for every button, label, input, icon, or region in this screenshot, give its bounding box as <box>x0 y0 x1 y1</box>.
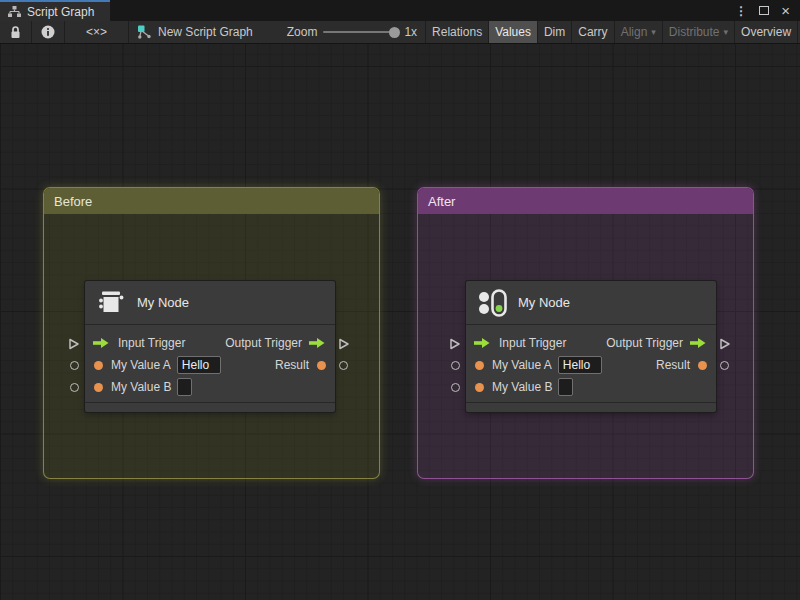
chevron-down-icon: ▾ <box>651 27 656 37</box>
zoom-value: 1x <box>404 25 417 39</box>
group-before-label: Before <box>54 194 92 209</box>
group-after-header[interactable]: After <box>418 188 753 214</box>
new-script-graph-button[interactable]: New Script Graph <box>129 21 261 43</box>
node-after-body: Input Trigger Output Trigger My Value A <box>466 325 716 402</box>
value-port-icon <box>94 383 103 392</box>
value-port-icon <box>475 383 484 392</box>
align-label: Align <box>621 25 648 39</box>
distribute-label: Distribute <box>669 25 720 39</box>
node-after-header[interactable]: My Node <box>466 281 716 325</box>
code-view-button[interactable]: <×> <box>65 21 129 43</box>
input-trigger-label: Input Trigger <box>499 336 566 350</box>
value-input-port-icon[interactable] <box>451 361 460 370</box>
flow-arrow-icon <box>473 337 493 349</box>
zoom-label: Zoom <box>287 25 318 39</box>
value-port-icon <box>698 361 707 370</box>
value-input-port-icon[interactable] <box>70 383 79 392</box>
tab-script-graph[interactable]: Script Graph <box>0 0 110 21</box>
dim-button[interactable]: Dim <box>538 21 572 43</box>
title-bar: Script Graph ⋮ × <box>0 0 800 21</box>
node-title: My Node <box>518 295 570 310</box>
flow-output-port-icon[interactable] <box>338 338 350 350</box>
value-input-port-icon[interactable] <box>70 361 79 370</box>
output-trigger-label: Output Trigger <box>225 336 302 350</box>
node-before-body: Input Trigger Output Trigger My Value A <box>85 325 335 402</box>
graph-hierarchy-icon <box>8 6 21 18</box>
lock-icon <box>9 25 22 39</box>
window-controls: ⋮ × <box>735 0 800 21</box>
value-a-input[interactable] <box>177 356 221 374</box>
flow-input-port-icon[interactable] <box>449 338 461 350</box>
maximize-icon[interactable] <box>759 6 769 15</box>
trigger-row: Input Trigger Output Trigger <box>466 332 716 354</box>
group-after-label: After <box>428 194 455 209</box>
graph-toolbar: <×> New Script Graph Zoom 1x Relations <box>0 21 800 44</box>
carry-label: Carry <box>578 25 607 39</box>
carry-button[interactable]: Carry <box>572 21 614 43</box>
align-button[interactable]: Align ▾ <box>615 21 663 43</box>
value-a-input[interactable] <box>558 356 602 374</box>
script-graph-window: Script Graph ⋮ × <×> <box>0 0 800 600</box>
zoom-slider-handle[interactable] <box>389 27 400 38</box>
value-output-port-icon[interactable] <box>339 361 348 370</box>
node-before-footer <box>85 402 335 412</box>
node-my-node-before[interactable]: My Node Input Trigger Output Trigger <box>85 281 335 412</box>
zoom-slider[interactable] <box>323 31 398 33</box>
info-button[interactable] <box>32 21 65 43</box>
value-input-port-icon[interactable] <box>451 383 460 392</box>
info-icon <box>41 25 55 39</box>
close-icon[interactable]: × <box>781 3 790 18</box>
view-options-group: Relations Values Dim Carry Align ▾ Distr… <box>425 21 800 43</box>
code-view-icon: <×> <box>86 25 107 39</box>
flow-arrow-icon <box>308 337 328 349</box>
chevron-down-icon: ▾ <box>724 27 729 37</box>
zoom-control: Zoom 1x <box>261 21 425 43</box>
output-trigger-label: Output Trigger <box>606 336 683 350</box>
relations-button[interactable]: Relations <box>425 21 489 43</box>
result-label: Result <box>656 358 690 372</box>
lock-button[interactable] <box>0 21 32 43</box>
value-port-icon <box>475 361 484 370</box>
graph-canvas[interactable]: Before After My Node <box>0 44 800 600</box>
value-b-row: My Value B <box>466 376 716 398</box>
overview-button[interactable]: Overview <box>735 21 798 43</box>
flow-input-port-icon[interactable] <box>68 338 80 350</box>
value-b-input[interactable] <box>558 378 573 396</box>
result-label: Result <box>275 358 309 372</box>
value-a-row: My Value A Result <box>466 354 716 376</box>
relations-label: Relations <box>432 25 482 39</box>
default-node-icon <box>96 288 126 318</box>
value-a-row: My Value A Result <box>85 354 335 376</box>
node-before-header[interactable]: My Node <box>85 281 335 325</box>
script-graph-asset-icon <box>137 25 152 39</box>
value-b-input[interactable] <box>177 378 192 396</box>
flow-arrow-icon <box>689 337 709 349</box>
input-trigger-label: Input Trigger <box>118 336 185 350</box>
value-port-icon <box>94 361 103 370</box>
group-before-header[interactable]: Before <box>44 188 379 214</box>
overview-label: Overview <box>741 25 791 39</box>
tab-label: Script Graph <box>27 5 94 19</box>
toggle-node-icon <box>477 288 507 318</box>
value-output-port-icon[interactable] <box>720 361 729 370</box>
value-b-label: My Value B <box>492 380 552 394</box>
trigger-row: Input Trigger Output Trigger <box>85 332 335 354</box>
node-after-footer <box>466 402 716 412</box>
flow-arrow-icon <box>92 337 112 349</box>
values-label: Values <box>495 25 531 39</box>
values-button[interactable]: Values <box>489 21 538 43</box>
node-my-node-after[interactable]: My Node Input Trigger Output Trigger <box>466 281 716 412</box>
new-script-graph-label: New Script Graph <box>158 25 253 39</box>
menu-kebab-icon[interactable]: ⋮ <box>735 4 747 18</box>
value-a-label: My Value A <box>492 358 552 372</box>
value-port-icon <box>317 361 326 370</box>
distribute-button[interactable]: Distribute ▾ <box>663 21 735 43</box>
node-title: My Node <box>137 295 189 310</box>
value-b-label: My Value B <box>111 380 171 394</box>
value-b-row: My Value B <box>85 376 335 398</box>
flow-output-port-icon[interactable] <box>719 338 731 350</box>
dim-label: Dim <box>544 25 565 39</box>
value-a-label: My Value A <box>111 358 171 372</box>
